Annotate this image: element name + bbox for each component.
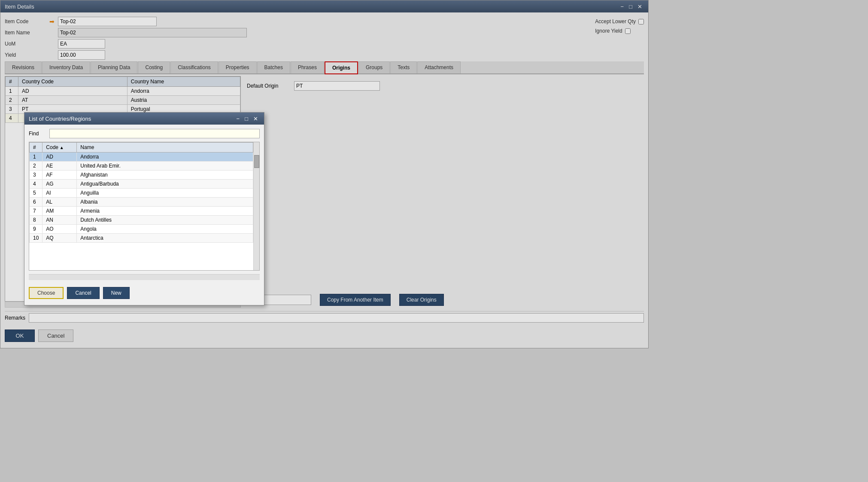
accept-lower-qty-row: Accept Lower Qty [595, 18, 644, 24]
tabs-bar: Revisions Inventory Data Planning Data C… [5, 61, 644, 74]
remarks-bar: Remarks [5, 311, 644, 324]
accept-lower-qty-checkbox[interactable] [638, 19, 644, 24]
ignore-yield-checkbox[interactable] [625, 28, 631, 34]
tab-batches[interactable]: Batches [257, 61, 290, 73]
modal-table-row[interactable]: 5AIAnguilla [30, 189, 253, 198]
minimize-button[interactable]: − [619, 3, 626, 10]
modal-table-row[interactable]: 7AMArmenia [30, 207, 253, 216]
modal-table-row[interactable]: 3AFAfghanistan [30, 171, 253, 180]
modal-close-button[interactable]: ✕ [252, 116, 260, 122]
main-window: Item Details − □ ✕ Item Code ➡ Item Name… [0, 0, 649, 348]
find-label: Find [29, 131, 46, 137]
default-origin-input[interactable] [294, 81, 380, 91]
modal-table-row[interactable]: 8ANDutch Antilles [30, 216, 253, 225]
tab-properties[interactable]: Properties [219, 61, 257, 73]
tab-costing[interactable]: Costing [138, 61, 170, 73]
yield-label: Yield [5, 52, 48, 58]
item-code-input[interactable] [58, 17, 157, 26]
tab-groups[interactable]: Groups [358, 61, 390, 73]
ok-button[interactable]: OK [5, 329, 35, 342]
cancel-button[interactable]: Cancel [38, 329, 73, 342]
item-name-input[interactable] [58, 28, 247, 37]
accept-lower-qty-label: Accept Lower Qty [595, 18, 636, 24]
ignore-yield-row: Ignore Yield [595, 28, 644, 34]
table-row[interactable]: 2 AT Austria [6, 96, 240, 105]
modal-footer: Choose Cancel New [29, 284, 260, 301]
ignore-yield-label: Ignore Yield [595, 28, 622, 34]
modal-body: Find # Code Name [24, 125, 264, 305]
tab-revisions[interactable]: Revisions [5, 61, 42, 73]
copy-from-another-item-button[interactable]: Copy From Another Item [320, 294, 391, 306]
modal-title-bar: List of Countries/Regions − □ ✕ [24, 113, 264, 125]
tab-planning-data[interactable]: Planning Data [91, 61, 137, 73]
modal-minimize-button[interactable]: − [235, 116, 242, 122]
title-bar-buttons: − □ ✕ [619, 3, 644, 10]
col-header-country-code: Country Code [18, 77, 127, 87]
title-bar: Item Details − □ ✕ [0, 0, 648, 12]
right-panel: Default Origin Copy From Another Item Cl… [245, 76, 644, 308]
restore-button[interactable]: □ [627, 3, 634, 10]
item-code-label: Item Code [5, 18, 48, 24]
window-title: Item Details [5, 3, 34, 10]
choose-button[interactable]: Choose [29, 287, 64, 299]
modal-table-row[interactable]: 10AQAntarctica [30, 234, 253, 243]
default-origin-label: Default Origin [247, 83, 290, 89]
modal-scrollbar[interactable] [253, 142, 259, 270]
find-row: Find [29, 129, 260, 138]
modal-scroll-thumb[interactable] [254, 155, 259, 168]
find-input[interactable] [49, 129, 260, 138]
modal-table-row[interactable]: 4AGAntigua/Barbuda [30, 180, 253, 189]
col-header-country-name: Country Name [127, 77, 240, 87]
modal-dialog: List of Countries/Regions − □ ✕ Find [24, 112, 264, 305]
modal-title: List of Countries/Regions [29, 116, 91, 122]
uom-input[interactable] [58, 39, 105, 49]
default-origin-row: Default Origin [247, 81, 642, 91]
close-button[interactable]: ✕ [636, 3, 644, 10]
modal-table-row[interactable]: 1ADAndorra [30, 153, 253, 162]
tab-texts[interactable]: Texts [390, 61, 417, 73]
modal-col-num: # [30, 143, 42, 153]
modal-table-row[interactable]: 2AEUnited Arab Emir. [30, 162, 253, 171]
modal-col-name[interactable]: Name [77, 143, 253, 153]
modal-hscrollbar[interactable] [29, 274, 260, 280]
bottom-buttons-area: Copy From Another Item Clear Origins [247, 290, 642, 306]
tab-classifications[interactable]: Classifications [170, 61, 218, 73]
new-button[interactable]: New [103, 287, 130, 299]
modal-col-code[interactable]: Code [42, 143, 77, 153]
remarks-label: Remarks [5, 315, 25, 321]
modal-table: # Code Name 1ADAndorra2AEUnited Arab Emi… [29, 142, 253, 270]
tab-attachments[interactable]: Attachments [417, 61, 461, 73]
clear-origins-button[interactable]: Clear Origins [399, 294, 444, 306]
uom-label: UoM [5, 41, 48, 47]
footer-buttons: OK Cancel [5, 326, 644, 344]
col-header-num: # [6, 77, 18, 87]
remarks-input[interactable] [29, 313, 644, 323]
modal-restore-button[interactable]: □ [243, 116, 250, 122]
arrow-icon: ➡ [49, 18, 56, 25]
tab-phrases[interactable]: Phrases [291, 61, 324, 73]
yield-input[interactable] [58, 50, 105, 60]
table-row[interactable]: 1 AD Andorra [6, 87, 240, 96]
item-name-label: Item Name [5, 30, 48, 36]
tab-origins[interactable]: Origins [325, 61, 358, 74]
modal-table-row[interactable]: 6ALAlbania [30, 198, 253, 207]
modal-table-area: # Code Name 1ADAndorra2AEUnited Arab Emi… [29, 142, 260, 271]
resize-handle[interactable] [258, 299, 264, 305]
tab-inventory-data[interactable]: Inventory Data [42, 61, 90, 73]
modal-cancel-button[interactable]: Cancel [67, 287, 99, 299]
modal-title-buttons: − □ ✕ [235, 116, 260, 122]
modal-table-row[interactable]: 9AOAngola [30, 225, 253, 234]
